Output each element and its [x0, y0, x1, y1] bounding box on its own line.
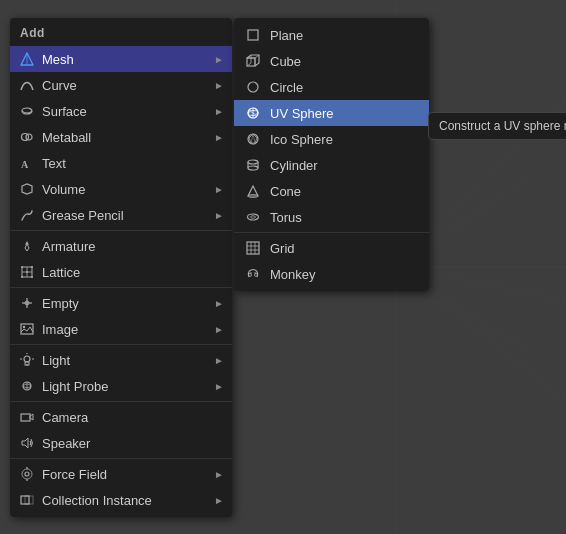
- menu-item-force-field[interactable]: Force Field ►: [10, 461, 232, 487]
- curve-icon: [18, 76, 36, 94]
- svg-rect-46: [248, 30, 258, 40]
- light-probe-icon: [18, 377, 36, 395]
- submenu-item-ico-sphere[interactable]: Ico Sphere: [234, 126, 429, 152]
- submenu-item-circle-label: Circle: [270, 80, 303, 95]
- lattice-icon: [18, 263, 36, 281]
- svg-point-23: [26, 271, 28, 273]
- menu-item-text[interactable]: A Text: [10, 150, 232, 176]
- menu-item-light-probe[interactable]: Light Probe ►: [10, 373, 232, 399]
- svg-rect-37: [21, 414, 30, 421]
- menu-item-collection-instance-label: Collection Instance: [42, 493, 214, 508]
- collection-instance-icon: [18, 491, 36, 509]
- menu-item-curve-label: Curve: [42, 78, 214, 93]
- svg-rect-34: [25, 362, 29, 365]
- menu-item-volume-label: Volume: [42, 182, 214, 197]
- menu-item-lattice[interactable]: Lattice: [10, 259, 232, 285]
- menu-item-curve[interactable]: Curve ►: [10, 72, 232, 98]
- menu-item-light[interactable]: Light ►: [10, 347, 232, 373]
- tooltip-text: Construct a UV sphere mesh.: [439, 119, 566, 133]
- grease-pencil-icon: [18, 206, 36, 224]
- monkey-icon: [244, 265, 262, 283]
- menu-item-camera[interactable]: Camera: [10, 404, 232, 430]
- divider-4: [10, 401, 232, 402]
- submenu-item-cylinder[interactable]: Cylinder: [234, 152, 429, 178]
- light-icon: [18, 351, 36, 369]
- submenu-item-plane[interactable]: Plane: [234, 22, 429, 48]
- divider-5: [10, 458, 232, 459]
- svg-rect-69: [247, 242, 259, 254]
- menu-item-light-label: Light: [42, 353, 214, 368]
- menu-item-collection-instance[interactable]: Collection Instance ►: [10, 487, 232, 513]
- submenu-item-monkey-label: Monkey: [270, 267, 316, 282]
- ico-sphere-icon: [244, 130, 262, 148]
- metaball-icon: [18, 128, 36, 146]
- svg-text:A: A: [21, 159, 29, 170]
- svg-point-41: [22, 469, 32, 479]
- submenu-item-grid-label: Grid: [270, 241, 295, 256]
- cylinder-icon: [244, 156, 262, 174]
- submenu-item-uv-sphere[interactable]: UV Sphere: [234, 100, 429, 126]
- menu-item-speaker[interactable]: Speaker: [10, 430, 232, 456]
- menu-item-camera-label: Camera: [42, 410, 224, 425]
- add-menu-panel: Add Mesh ► Curve ►: [10, 18, 232, 517]
- divider-1: [10, 230, 232, 231]
- menu-item-metaball[interactable]: Metaball ►: [10, 124, 232, 150]
- menu-item-volume[interactable]: Volume ►: [10, 176, 232, 202]
- uv-sphere-icon: [244, 104, 262, 122]
- menu-item-speaker-label: Speaker: [42, 436, 224, 451]
- menu-item-mesh[interactable]: Mesh ►: [10, 46, 232, 72]
- submenu-item-cone-label: Cone: [270, 184, 301, 199]
- light-arrow-icon: ►: [214, 355, 224, 366]
- svg-point-40: [25, 472, 29, 476]
- menu-item-armature[interactable]: Armature: [10, 233, 232, 259]
- circle-icon: [244, 78, 262, 96]
- svg-point-68: [251, 216, 256, 218]
- menu-item-armature-label: Armature: [42, 239, 224, 254]
- svg-point-20: [31, 266, 33, 268]
- curve-arrow-icon: ►: [214, 80, 224, 91]
- camera-icon: [18, 408, 36, 426]
- empty-icon: [18, 294, 36, 312]
- menu-item-grease-pencil-label: Grease Pencil: [42, 208, 214, 223]
- menu-item-image[interactable]: Image ►: [10, 316, 232, 342]
- menu-title: Add: [10, 22, 232, 46]
- menu-item-empty-label: Empty: [42, 296, 214, 311]
- submenu-item-cone[interactable]: Cone: [234, 178, 429, 204]
- menu-item-surface[interactable]: Surface ►: [10, 98, 232, 124]
- svg-point-21: [21, 276, 23, 278]
- svg-point-22: [31, 276, 33, 278]
- menu-item-image-label: Image: [42, 322, 214, 337]
- svg-marker-15: [25, 244, 29, 251]
- menu-item-text-label: Text: [42, 156, 224, 171]
- torus-icon: [244, 208, 262, 226]
- plane-icon: [244, 26, 262, 44]
- collection-instance-arrow-icon: ►: [214, 495, 224, 506]
- svg-point-28: [23, 326, 25, 328]
- menu-item-surface-label: Surface: [42, 104, 214, 119]
- speaker-icon: [18, 434, 36, 452]
- svg-point-53: [248, 82, 258, 92]
- volume-arrow-icon: ►: [214, 184, 224, 195]
- submenu-item-grid[interactable]: Grid: [234, 235, 429, 261]
- submenu-item-circle[interactable]: Circle: [234, 74, 429, 100]
- submenu-divider: [234, 232, 429, 233]
- submenu-item-cube[interactable]: Cube: [234, 48, 429, 74]
- submenu-item-cylinder-label: Cylinder: [270, 158, 318, 173]
- submenu-item-torus-label: Torus: [270, 210, 302, 225]
- force-field-arrow-icon: ►: [214, 469, 224, 480]
- add-menu-container: Add Mesh ► Curve ►: [10, 18, 429, 517]
- grid-icon: [244, 239, 262, 257]
- text-icon: A: [18, 154, 36, 172]
- submenu-item-monkey[interactable]: Monkey: [234, 261, 429, 287]
- submenu-item-cube-label: Cube: [270, 54, 301, 69]
- menu-item-empty[interactable]: Empty ►: [10, 290, 232, 316]
- light-probe-arrow-icon: ►: [214, 381, 224, 392]
- surface-icon: [18, 102, 36, 120]
- svg-point-62: [248, 166, 258, 170]
- menu-item-grease-pencil[interactable]: Grease Pencil ►: [10, 202, 232, 228]
- svg-marker-39: [22, 438, 28, 448]
- divider-2: [10, 287, 232, 288]
- submenu-item-torus[interactable]: Torus: [234, 204, 429, 230]
- tooltip: Construct a UV sphere mesh.: [428, 112, 566, 140]
- svg-point-19: [21, 266, 23, 268]
